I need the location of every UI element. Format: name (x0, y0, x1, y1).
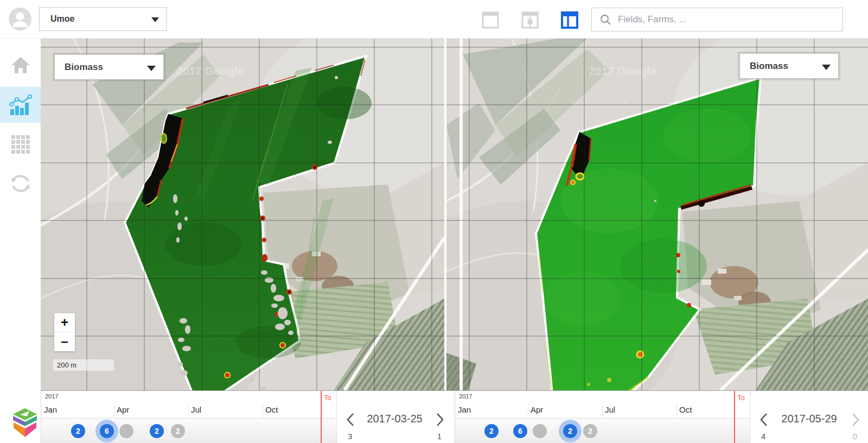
next-image-count: 0 (853, 432, 857, 441)
chevron-down-icon (151, 17, 159, 22)
scale-label: 200 m (57, 361, 76, 369)
layer-dropdown-right[interactable]: Biomass (739, 53, 839, 79)
layer-label: Biomass (65, 62, 103, 73)
chevron-down-icon (822, 65, 831, 70)
next-image-count: 1 (437, 432, 442, 441)
table-grid-icon (11, 135, 30, 154)
home-icon (10, 56, 31, 74)
date-navigator-right: 2017-05-29 4 0 (750, 391, 868, 443)
satellite-map-right: 2017 Google (446, 38, 868, 390)
app-window: Umoe (0, 0, 868, 443)
layer-dropdown-left[interactable]: Biomass (54, 54, 164, 80)
today-label: To (737, 394, 745, 402)
map-panel-right[interactable]: 2017 Google (446, 38, 868, 390)
analytics-chart-icon (8, 94, 33, 116)
image-cluster-marker-selected[interactable]: 6 (100, 424, 114, 438)
swipe-view-icon[interactable] (521, 11, 539, 29)
month-label: Apr (531, 405, 543, 414)
map-panel-left[interactable]: 2017 Google (41, 38, 444, 390)
date-navigator-left: 2017-03-25 3 1 (336, 391, 452, 443)
split-view-icon[interactable] (561, 11, 578, 29)
account-dropdown[interactable]: Umoe (39, 7, 167, 31)
month-label: Apr (117, 405, 129, 414)
sidebar-item-sync[interactable] (0, 166, 41, 201)
view-mode-switcher (482, 11, 578, 29)
image-cluster-marker[interactable]: 6 (513, 424, 527, 438)
selected-date: 2017-05-29 (750, 413, 868, 425)
user-avatar-icon[interactable] (8, 7, 32, 31)
timeline-year: 2017 (45, 393, 58, 400)
account-label: Umoe (50, 14, 74, 24)
search-icon (599, 14, 611, 26)
zoom-in-button[interactable]: + (54, 313, 75, 332)
map-watermark: 2017 Google (589, 65, 656, 77)
sidebar-nav (0, 38, 41, 443)
image-cluster-marker-selected[interactable]: 2 (563, 424, 577, 438)
search-input[interactable] (617, 14, 825, 26)
sidebar-item-home[interactable] (0, 48, 41, 83)
search-field[interactable] (591, 8, 843, 31)
today-label: To (324, 394, 331, 402)
image-cluster-marker[interactable]: 2 (171, 424, 185, 438)
month-label: Jul (605, 405, 615, 414)
map-watermark: 2017 Google (176, 65, 244, 77)
image-cluster-marker[interactable] (119, 424, 133, 438)
prev-image-count: 3 (348, 432, 352, 441)
app-logo[interactable] (13, 408, 37, 438)
single-view-icon[interactable] (482, 11, 499, 29)
image-cluster-marker[interactable]: 2 (71, 424, 85, 438)
timeline-year: 2017 (459, 393, 472, 400)
map-zoom-control: + − (54, 313, 75, 351)
next-date-button[interactable] (436, 413, 444, 427)
month-label: Oct (265, 405, 278, 414)
layer-label: Biomass (750, 61, 788, 72)
month-label: Jan (458, 405, 471, 414)
month-label: Oct (679, 405, 692, 414)
satellite-map-left: 2017 Google (41, 38, 444, 390)
top-bar: Umoe (0, 0, 868, 39)
image-cluster-marker[interactable]: 2 (583, 424, 597, 438)
timeline-left[interactable]: 2017 Jan Apr Jul Oct 2 6 2 2 To (41, 391, 336, 443)
today-marker-line (321, 391, 322, 443)
timeline-track[interactable]: 2 6 2 2 (455, 419, 750, 443)
sidebar-item-table[interactable] (0, 127, 41, 162)
timeline-track[interactable]: 2 6 2 2 (41, 419, 336, 443)
image-cluster-marker[interactable]: 2 (484, 424, 499, 438)
chevron-down-icon (147, 66, 156, 71)
timeline-right[interactable]: 2017 Jan Apr Jul Oct 2 6 2 2 To (455, 391, 750, 443)
sidebar-item-analytics[interactable] (0, 87, 41, 123)
image-cluster-marker[interactable] (533, 424, 547, 438)
bottom-bar: 2017 Jan Apr Jul Oct 2 6 2 2 To 201 (0, 390, 868, 443)
month-label: Jul (191, 405, 201, 414)
month-label: Jan (44, 405, 57, 414)
zoom-out-button[interactable]: − (54, 332, 75, 351)
next-date-button-disabled[interactable] (851, 413, 860, 427)
today-marker-line (734, 391, 735, 443)
map-scale-bar: 200 m (53, 359, 114, 371)
image-cluster-marker[interactable]: 2 (150, 424, 164, 438)
prev-image-count: 4 (761, 432, 765, 441)
sync-icon (10, 173, 31, 194)
